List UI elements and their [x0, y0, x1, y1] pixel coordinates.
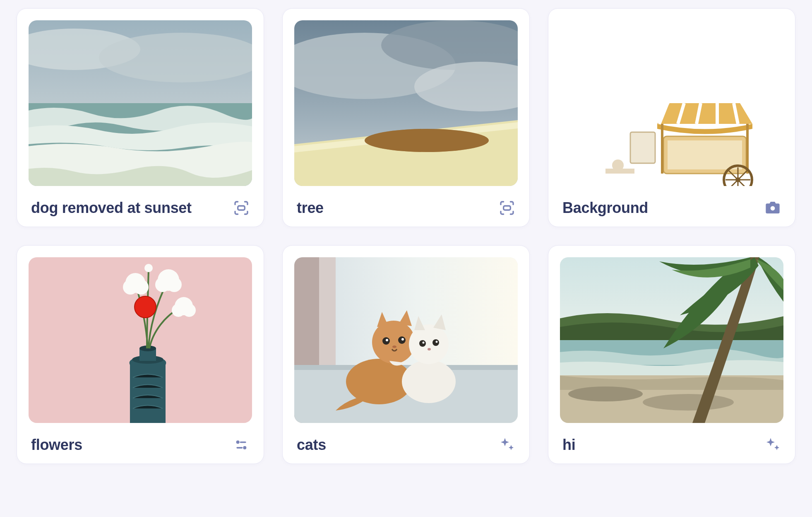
project-card[interactable]: Background [548, 8, 795, 227]
svg-point-66 [419, 340, 426, 347]
project-title: dog removed at sunset [31, 199, 192, 217]
svg-rect-11 [504, 206, 511, 210]
sparkle-icon [499, 437, 515, 453]
project-title: hi [562, 436, 575, 454]
project-title: Background [562, 199, 648, 217]
svg-point-61 [386, 339, 388, 341]
card-footer: flowers [29, 436, 252, 454]
svg-point-75 [643, 394, 734, 411]
project-card[interactable]: dog removed at sunset [17, 8, 264, 227]
scan-icon [233, 200, 250, 216]
card-footer: tree [294, 199, 518, 217]
svg-point-63 [392, 345, 396, 348]
svg-rect-51 [236, 447, 243, 449]
svg-point-74 [568, 387, 643, 401]
svg-point-50 [243, 446, 246, 449]
svg-point-69 [436, 341, 438, 343]
svg-point-31 [771, 206, 775, 211]
svg-rect-21 [746, 124, 749, 174]
svg-rect-14 [668, 140, 742, 169]
svg-point-38 [134, 280, 149, 295]
project-thumbnail [294, 20, 518, 186]
project-thumbnail [29, 257, 252, 423]
svg-point-10 [365, 129, 489, 152]
svg-point-64 [402, 360, 456, 403]
svg-rect-28 [630, 132, 655, 163]
card-footer: cats [294, 436, 518, 454]
svg-rect-4 [238, 206, 245, 210]
svg-point-41 [167, 277, 182, 292]
svg-rect-30 [605, 169, 634, 174]
project-card[interactable]: flowers [17, 245, 264, 464]
svg-point-65 [409, 324, 449, 364]
project-title: tree [297, 199, 324, 217]
svg-point-67 [432, 339, 439, 346]
scan-icon [499, 200, 515, 216]
svg-point-62 [401, 338, 404, 341]
project-thumbnail [29, 20, 252, 186]
svg-point-70 [428, 348, 431, 350]
project-title: cats [297, 436, 326, 454]
sparkle-icon [764, 437, 781, 453]
project-card[interactable]: cats [282, 245, 530, 464]
card-footer: hi [560, 436, 783, 454]
sliders-icon [233, 437, 250, 453]
project-thumbnail [560, 257, 783, 423]
card-footer: dog removed at sunset [29, 199, 252, 217]
svg-rect-20 [661, 124, 663, 174]
card-footer: Background [560, 199, 783, 217]
project-card[interactable]: tree [282, 8, 530, 227]
svg-point-45 [144, 264, 153, 272]
project-thumbnail [294, 257, 518, 423]
svg-point-48 [236, 440, 240, 444]
project-thumbnail [560, 20, 783, 186]
svg-rect-49 [240, 442, 246, 443]
svg-point-44 [183, 304, 196, 317]
project-card[interactable]: hi [548, 245, 795, 464]
cards-grid: dog removed at sunset [17, 8, 795, 464]
svg-point-68 [423, 342, 425, 344]
camera-icon [764, 200, 781, 216]
svg-point-58 [372, 321, 415, 364]
project-title: flowers [31, 436, 82, 454]
